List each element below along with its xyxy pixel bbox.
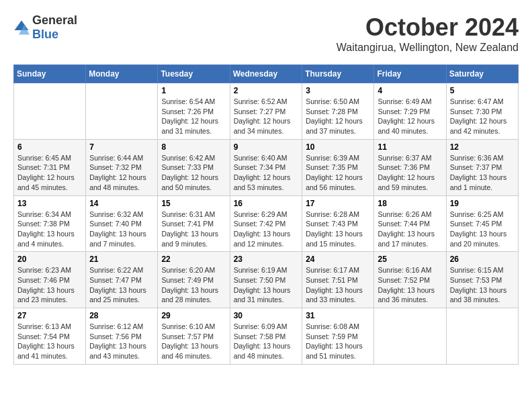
day-number: 19 <box>450 199 515 208</box>
logo-general: General <box>32 13 77 28</box>
day-number: 10 <box>306 142 370 152</box>
calendar-cell: 13Sunrise: 6:34 AM Sunset: 7:38 PM Dayli… <box>14 195 86 252</box>
day-number: 25 <box>378 255 442 264</box>
title-block: October 2024 Waitangirua, Wellington, Ne… <box>337 13 519 54</box>
day-info: Sunrise: 6:25 AM Sunset: 7:45 PM Dayligh… <box>450 210 515 249</box>
day-info: Sunrise: 6:50 AM Sunset: 7:28 PM Dayligh… <box>306 97 370 136</box>
calendar-week-row: 1Sunrise: 6:54 AM Sunset: 7:26 PM Daylig… <box>14 83 519 140</box>
day-number: 18 <box>378 199 442 208</box>
calendar-week-row: 27Sunrise: 6:13 AM Sunset: 7:54 PM Dayli… <box>14 308 519 365</box>
day-number: 28 <box>89 311 154 320</box>
day-info: Sunrise: 6:09 AM Sunset: 7:58 PM Dayligh… <box>234 322 299 361</box>
calendar-cell: 29Sunrise: 6:10 AM Sunset: 7:57 PM Dayli… <box>158 308 230 365</box>
day-info: Sunrise: 6:28 AM Sunset: 7:43 PM Dayligh… <box>306 210 370 249</box>
day-number: 7 <box>89 142 154 152</box>
day-number: 13 <box>17 199 82 208</box>
day-number: 14 <box>89 199 154 208</box>
calendar-cell: 2Sunrise: 6:52 AM Sunset: 7:27 PM Daylig… <box>230 83 302 140</box>
day-number: 22 <box>161 255 226 264</box>
calendar-cell: 18Sunrise: 6:26 AM Sunset: 7:44 PM Dayli… <box>374 195 446 252</box>
day-number: 12 <box>450 142 515 152</box>
calendar-cell: 3Sunrise: 6:50 AM Sunset: 7:28 PM Daylig… <box>302 83 374 140</box>
day-number: 9 <box>234 142 299 152</box>
weekday-header: Monday <box>86 65 158 83</box>
day-number: 24 <box>306 255 370 264</box>
calendar-cell: 8Sunrise: 6:42 AM Sunset: 7:33 PM Daylig… <box>158 139 230 195</box>
weekday-header: Wednesday <box>230 65 302 83</box>
calendar: SundayMondayTuesdayWednesdayThursdayFrid… <box>13 64 519 365</box>
day-info: Sunrise: 6:32 AM Sunset: 7:40 PM Dayligh… <box>89 210 154 249</box>
calendar-cell: 6Sunrise: 6:45 AM Sunset: 7:31 PM Daylig… <box>14 139 86 195</box>
calendar-cell: 17Sunrise: 6:28 AM Sunset: 7:43 PM Dayli… <box>302 195 374 252</box>
calendar-body: 1Sunrise: 6:54 AM Sunset: 7:26 PM Daylig… <box>14 83 519 365</box>
calendar-cell <box>446 308 518 365</box>
calendar-week-row: 6Sunrise: 6:45 AM Sunset: 7:31 PM Daylig… <box>14 139 519 195</box>
day-number: 26 <box>450 255 515 264</box>
calendar-cell: 24Sunrise: 6:17 AM Sunset: 7:51 PM Dayli… <box>302 252 374 308</box>
calendar-cell: 20Sunrise: 6:23 AM Sunset: 7:46 PM Dayli… <box>14 252 86 308</box>
calendar-cell: 12Sunrise: 6:36 AM Sunset: 7:37 PM Dayli… <box>446 139 518 195</box>
logo-text: General Blue <box>32 13 77 42</box>
calendar-cell <box>374 308 446 365</box>
day-info: Sunrise: 6:13 AM Sunset: 7:54 PM Dayligh… <box>17 322 82 361</box>
calendar-cell: 31Sunrise: 6:08 AM Sunset: 7:59 PM Dayli… <box>302 308 374 365</box>
svg-marker-0 <box>15 21 29 30</box>
calendar-week-row: 20Sunrise: 6:23 AM Sunset: 7:46 PM Dayli… <box>14 252 519 308</box>
day-info: Sunrise: 6:23 AM Sunset: 7:46 PM Dayligh… <box>17 265 82 305</box>
day-number: 8 <box>161 142 226 152</box>
day-number: 27 <box>17 311 82 320</box>
day-info: Sunrise: 6:29 AM Sunset: 7:42 PM Dayligh… <box>234 210 299 249</box>
day-info: Sunrise: 6:10 AM Sunset: 7:57 PM Dayligh… <box>161 322 226 361</box>
day-info: Sunrise: 6:12 AM Sunset: 7:56 PM Dayligh… <box>89 322 154 361</box>
day-info: Sunrise: 6:19 AM Sunset: 7:50 PM Dayligh… <box>234 265 299 305</box>
logo-blue: Blue <box>32 28 77 42</box>
calendar-cell: 30Sunrise: 6:09 AM Sunset: 7:58 PM Dayli… <box>230 308 302 365</box>
day-info: Sunrise: 6:26 AM Sunset: 7:44 PM Dayligh… <box>378 210 442 249</box>
day-number: 16 <box>234 199 299 208</box>
day-info: Sunrise: 6:22 AM Sunset: 7:47 PM Dayligh… <box>89 265 154 305</box>
calendar-cell: 9Sunrise: 6:40 AM Sunset: 7:34 PM Daylig… <box>230 139 302 195</box>
day-info: Sunrise: 6:45 AM Sunset: 7:31 PM Dayligh… <box>17 153 82 193</box>
weekday-header: Tuesday <box>158 65 230 83</box>
day-info: Sunrise: 6:15 AM Sunset: 7:53 PM Dayligh… <box>450 265 515 305</box>
weekday-header: Thursday <box>302 65 374 83</box>
day-number: 1 <box>161 86 226 95</box>
calendar-cell: 5Sunrise: 6:47 AM Sunset: 7:30 PM Daylig… <box>446 83 518 140</box>
logo-icon <box>13 19 30 36</box>
calendar-cell: 16Sunrise: 6:29 AM Sunset: 7:42 PM Dayli… <box>230 195 302 252</box>
day-info: Sunrise: 6:08 AM Sunset: 7:59 PM Dayligh… <box>306 322 370 361</box>
calendar-cell: 28Sunrise: 6:12 AM Sunset: 7:56 PM Dayli… <box>86 308 158 365</box>
weekday-header: Friday <box>374 65 446 83</box>
day-number: 3 <box>306 86 370 95</box>
day-info: Sunrise: 6:49 AM Sunset: 7:29 PM Dayligh… <box>378 97 442 136</box>
weekday-header: Sunday <box>14 65 86 83</box>
calendar-cell: 26Sunrise: 6:15 AM Sunset: 7:53 PM Dayli… <box>446 252 518 308</box>
calendar-cell <box>86 83 158 140</box>
day-number: 29 <box>161 311 226 320</box>
day-info: Sunrise: 6:31 AM Sunset: 7:41 PM Dayligh… <box>161 210 226 249</box>
day-info: Sunrise: 6:44 AM Sunset: 7:32 PM Dayligh… <box>89 153 154 193</box>
day-info: Sunrise: 6:47 AM Sunset: 7:30 PM Dayligh… <box>450 97 515 136</box>
calendar-cell: 10Sunrise: 6:39 AM Sunset: 7:35 PM Dayli… <box>302 139 374 195</box>
calendar-cell: 25Sunrise: 6:16 AM Sunset: 7:52 PM Dayli… <box>374 252 446 308</box>
page-header: General Blue October 2024 Waitangirua, W… <box>13 13 519 54</box>
day-info: Sunrise: 6:42 AM Sunset: 7:33 PM Dayligh… <box>161 153 226 193</box>
calendar-cell: 19Sunrise: 6:25 AM Sunset: 7:45 PM Dayli… <box>446 195 518 252</box>
calendar-cell <box>14 83 86 140</box>
day-info: Sunrise: 6:37 AM Sunset: 7:36 PM Dayligh… <box>378 153 442 193</box>
day-number: 31 <box>306 311 370 320</box>
calendar-cell: 27Sunrise: 6:13 AM Sunset: 7:54 PM Dayli… <box>14 308 86 365</box>
calendar-cell: 7Sunrise: 6:44 AM Sunset: 7:32 PM Daylig… <box>86 139 158 195</box>
calendar-cell: 15Sunrise: 6:31 AM Sunset: 7:41 PM Dayli… <box>158 195 230 252</box>
calendar-cell: 1Sunrise: 6:54 AM Sunset: 7:26 PM Daylig… <box>158 83 230 140</box>
day-number: 4 <box>378 86 442 95</box>
location: Waitangirua, Wellington, New Zealand <box>337 42 519 54</box>
calendar-cell: 11Sunrise: 6:37 AM Sunset: 7:36 PM Dayli… <box>374 139 446 195</box>
day-info: Sunrise: 6:16 AM Sunset: 7:52 PM Dayligh… <box>378 265 442 305</box>
day-info: Sunrise: 6:34 AM Sunset: 7:38 PM Dayligh… <box>17 210 82 249</box>
day-number: 15 <box>161 199 226 208</box>
day-number: 2 <box>234 86 299 95</box>
day-info: Sunrise: 6:52 AM Sunset: 7:27 PM Dayligh… <box>234 97 299 136</box>
day-number: 6 <box>17 142 82 152</box>
day-number: 23 <box>234 255 299 264</box>
